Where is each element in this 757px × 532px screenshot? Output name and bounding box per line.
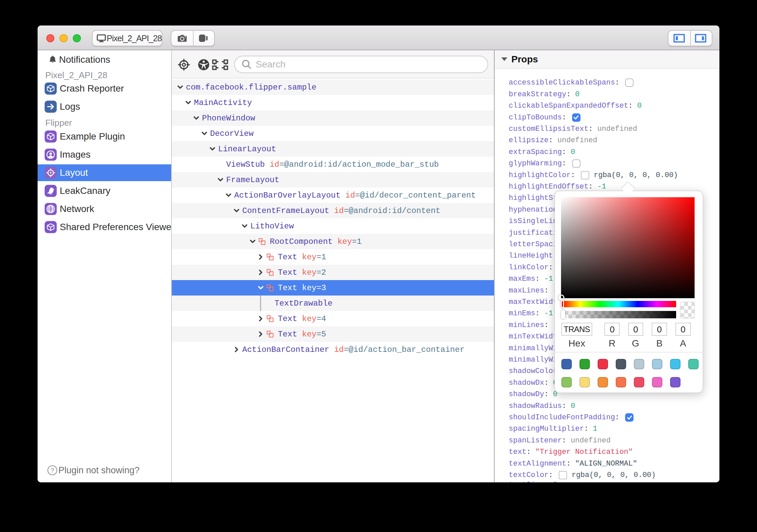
svg-text:?: ? — [51, 467, 54, 474]
